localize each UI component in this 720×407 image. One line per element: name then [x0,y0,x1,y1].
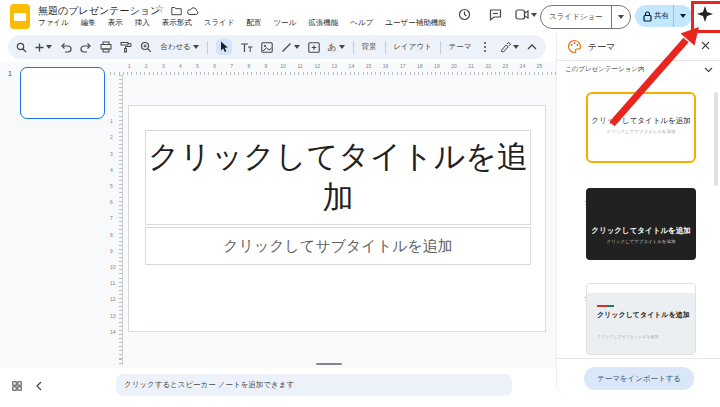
slide-canvas[interactable]: クリックしてタイトルを追加 クリックしてサブタイトルを追加 [128,105,546,332]
redo-icon[interactable] [80,40,92,54]
ruler-number: 12 [314,63,320,69]
panel-divider [557,358,720,359]
ruler-number: 12 [110,296,116,302]
ruler-number: 23 [503,63,509,69]
menu-view[interactable]: 表示 [106,17,125,29]
toolbar-divider [385,41,386,54]
line-tool[interactable] [281,42,300,53]
fit-zoom-select[interactable]: 合わせる [160,42,199,52]
star-icon[interactable]: ☆ [155,3,164,14]
grid-view-icon[interactable] [12,381,22,391]
menu-arrange[interactable]: 配置 [244,17,263,29]
menu-extensions[interactable]: 拡張機能 [306,17,340,29]
theme-card-simple-dark[interactable]: クリックしてタイトルを追加 クリックしてサブタイトルを追加 [586,188,696,260]
menu-tools[interactable]: ツール [271,17,298,29]
version-history-icon[interactable] [458,8,471,21]
slideshow-dropdown[interactable] [611,6,630,28]
collapse-filmstrip-icon[interactable] [36,381,42,391]
theme-panel-header: テーマ [557,33,720,61]
notes-resize-handle[interactable] [316,363,342,365]
menu-slide[interactable]: スライド [202,17,237,29]
slide-thumbnail[interactable] [20,67,105,119]
ruler-number: 7 [110,215,113,221]
menu-accessibility[interactable]: ユーザー補助機能 [383,17,447,29]
move-folder-icon[interactable] [171,6,182,16]
collapse-menus-icon[interactable] [527,40,538,54]
ruler-number: 13 [332,63,338,69]
menu-insert[interactable]: 挿入 [133,17,152,29]
theme-card-streamline[interactable]: クリックしてタイトルを追加 クリックしてサブタイトルを追加 [586,283,696,355]
insert-image-tool[interactable] [261,40,273,54]
chevron-down-icon[interactable] [531,13,537,17]
ruler-number: 5 [196,63,199,69]
slides-logo-icon[interactable] [10,4,30,29]
document-title[interactable]: 無題のプレゼンテーション [38,4,160,18]
share-dropdown[interactable] [673,5,692,27]
slideshow-button[interactable]: スライドショー [540,5,631,29]
ruler-number: 9 [265,63,268,69]
title-placeholder[interactable]: クリックしてタイトルを追加 [145,130,531,225]
theme-panel: テーマ このプレゼンテーション内 クリックしてタイトルを追加 クリックしてサブタ… [556,33,720,395]
ruler-number: 13 [110,313,116,319]
bottom-bar: クリックするとスピーカー ノートを追加できます [0,368,556,407]
menubar: ファイル 編集 表示 挿入 表示形式 スライド 配置 ツール 拡張機能 ヘルプ … [36,17,448,29]
close-icon[interactable] [701,41,710,50]
theme-card-simple-light[interactable]: クリックしてタイトルを追加 クリックしてサブタイトルを追加 [586,92,696,163]
select-tool[interactable] [216,39,232,55]
share-button[interactable]: 共有 [635,5,692,27]
ruler-number: 5 [110,183,113,189]
ruler-number: 15 [366,63,372,69]
share-label: 共有 [652,11,673,21]
ruler-number: 3 [110,151,113,157]
comments-icon[interactable] [489,8,502,21]
chevron-down-icon [704,67,713,73]
toolbar-divider [353,41,354,54]
ruler-number: 22 [485,63,491,69]
ruler-number: 8 [110,232,113,238]
ruler-number: 11 [297,63,302,69]
ruler-number: 21 [468,63,474,69]
ruler-number: 18 [417,63,423,69]
pen-laser-tool[interactable] [499,41,519,53]
menu-help[interactable]: ヘルプ [348,17,375,29]
insert-placeholder-tool[interactable] [308,40,320,54]
ruler-number: 17 [400,63,406,69]
print-icon[interactable] [100,40,112,54]
paint-format-icon[interactable] [120,40,132,54]
text-box-tool[interactable] [240,40,253,54]
theme-scope-select[interactable]: このプレゼンテーション内 [565,65,713,74]
subtitle-placeholder[interactable]: クリックしてサブタイトルを追加 [145,227,531,265]
slideshow-label: スライドショー [541,12,611,22]
menu-edit[interactable]: 編集 [79,17,98,29]
toolbar: 合わせる あ 背景 レイアウト テーマ [8,35,546,59]
theme-accent-dash [597,305,614,307]
slide-number: 1 [8,70,12,77]
ruler-number: 7 [230,63,233,69]
menu-format[interactable]: 表示形式 [160,17,194,29]
search-menus-icon[interactable] [16,40,27,54]
ruler-number: 6 [213,63,216,69]
more-options-icon[interactable] [479,40,490,54]
import-theme-button[interactable]: テーマをインポートする [584,367,694,390]
ruler-number: 1 [110,118,113,124]
ruler-number: 10 [280,63,286,69]
google-slides-app: 無題のプレゼンテーション ☆ ファイル 編集 表示 挿入 表示形式 スライド 配… [0,0,720,407]
layout-button[interactable]: レイアウト [393,42,431,52]
horizontal-ruler: 1234567891011121314151617181920212223242… [110,62,556,75]
panel-scrollbar[interactable] [714,92,718,186]
theme-button[interactable]: テーマ [449,42,472,52]
furigana-tool[interactable]: あ [328,41,345,54]
zoom-add-button[interactable] [35,43,52,52]
undo-icon[interactable] [60,40,72,54]
ruler-number: 1 [128,63,131,69]
annotation-highlight-box [691,1,720,33]
background-button[interactable]: 背景 [362,42,377,52]
palette-icon [567,39,582,54]
speaker-notes-input[interactable]: クリックするとスピーカー ノートを追加できます [116,374,512,396]
ruler-number: 14 [110,329,116,335]
zoom-in-icon[interactable] [140,40,152,54]
menu-file[interactable]: ファイル [36,17,71,29]
cloud-status-icon[interactable] [187,6,200,16]
meet-camera-button[interactable] [515,9,537,20]
ruler-number: 2 [145,63,148,69]
